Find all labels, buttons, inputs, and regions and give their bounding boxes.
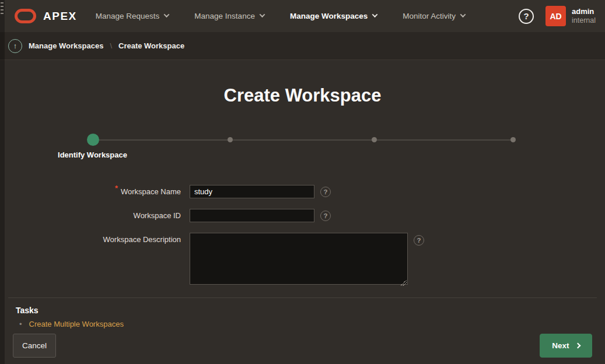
left-edge-artifact — [0, 0, 5, 364]
brand-name: APEX — [43, 10, 77, 23]
stepper-line — [93, 139, 513, 141]
edge-tick — [1, 6, 4, 7]
user-realm: internal — [572, 16, 596, 26]
breadcrumb-current: Create Workspace — [118, 41, 184, 50]
page-title: Create Workspace — [0, 86, 605, 104]
workspace-name-control: ? — [190, 185, 605, 198]
field-help-icon[interactable]: ? — [414, 235, 424, 246]
tasks-region: Tasks • Create Multiple Workspaces — [0, 298, 605, 328]
workspace-id-label: Workspace ID — [0, 209, 181, 222]
chevron-down-icon — [164, 12, 170, 18]
field-help-icon[interactable]: ? — [320, 211, 331, 221]
nav-item-label: Manage Instance — [194, 12, 255, 20]
nav-item-label: Manage Requests — [96, 12, 160, 20]
chevron-down-icon — [259, 12, 265, 18]
workspace-name-row: *Workspace Name ? — [0, 185, 605, 198]
step-2-dot — [228, 137, 233, 142]
field-help-icon[interactable]: ? — [320, 187, 331, 197]
breadcrumb-parent[interactable]: Manage Workspaces — [29, 41, 103, 50]
identify-workspace-form: *Workspace Name ? Workspace ID ? Workspa… — [0, 185, 605, 287]
workspace-description-row: Workspace Description ? — [0, 233, 605, 287]
oracle-logo-icon — [15, 9, 36, 23]
edge-tick — [1, 13, 4, 14]
step-4-dot — [510, 137, 516, 142]
workspace-name-label: *Workspace Name — [0, 185, 181, 198]
edge-tick — [1, 9, 4, 10]
user-menu[interactable]: AD admin internal — [545, 6, 596, 26]
workspace-id-row: Workspace ID ? — [0, 209, 605, 222]
nav-item-monitor-activity[interactable]: Monitor Activity — [403, 12, 465, 20]
create-workspace-page: APEX Manage Requests Manage Instance Man… — [0, 0, 605, 364]
nav-item-manage-workspaces[interactable]: Manage Workspaces — [290, 12, 377, 20]
next-button-label: Next — [552, 341, 569, 350]
avatar: AD — [545, 6, 566, 26]
breadcrumb: ↑ Manage Workspaces \ Create Workspace — [0, 32, 605, 60]
breadcrumb-separator: \ — [110, 41, 112, 50]
header-right: ? AD admin internal — [519, 6, 605, 26]
wizard-stepper: Identify Workspace — [87, 134, 519, 162]
workspace-name-input[interactable] — [190, 185, 314, 198]
user-text: admin internal — [572, 7, 596, 26]
create-multiple-workspaces-link[interactable]: Create Multiple Workspaces — [29, 320, 124, 328]
step-3-dot — [372, 137, 377, 142]
nav-item-manage-requests[interactable]: Manage Requests — [96, 12, 169, 20]
nav-item-label: Manage Workspaces — [290, 12, 368, 20]
top-navbar: APEX Manage Requests Manage Instance Man… — [0, 0, 605, 32]
up-arrow-icon[interactable]: ↑ — [8, 39, 22, 53]
chevron-down-icon — [372, 12, 378, 18]
chevron-down-icon — [460, 12, 466, 18]
bullet-icon: • — [19, 320, 22, 328]
user-name: admin — [572, 7, 596, 16]
task-item: • Create Multiple Workspaces — [16, 320, 605, 328]
help-icon[interactable]: ? — [519, 9, 534, 24]
current-step-label: Identify Workspace — [58, 150, 127, 159]
next-button[interactable]: Next — [540, 334, 592, 358]
step-1-dot-active — [87, 134, 99, 146]
required-marker: * — [115, 184, 118, 192]
workspace-description-textarea[interactable] — [190, 233, 408, 285]
workspace-description-control: ? — [190, 233, 605, 287]
cancel-button[interactable]: Cancel — [13, 334, 56, 358]
nav-item-label: Monitor Activity — [403, 12, 456, 20]
chevron-right-icon — [575, 343, 580, 349]
apex-brand[interactable]: APEX — [15, 9, 77, 23]
tasks-heading: Tasks — [16, 306, 605, 315]
workspace-id-control: ? — [190, 209, 605, 222]
workspace-id-input[interactable] — [190, 209, 314, 222]
edge-tick — [1, 2, 4, 4]
main-nav: Manage Requests Manage Instance Manage W… — [96, 12, 465, 20]
workspace-description-label: Workspace Description — [0, 233, 181, 287]
nav-item-manage-instance[interactable]: Manage Instance — [194, 12, 264, 20]
